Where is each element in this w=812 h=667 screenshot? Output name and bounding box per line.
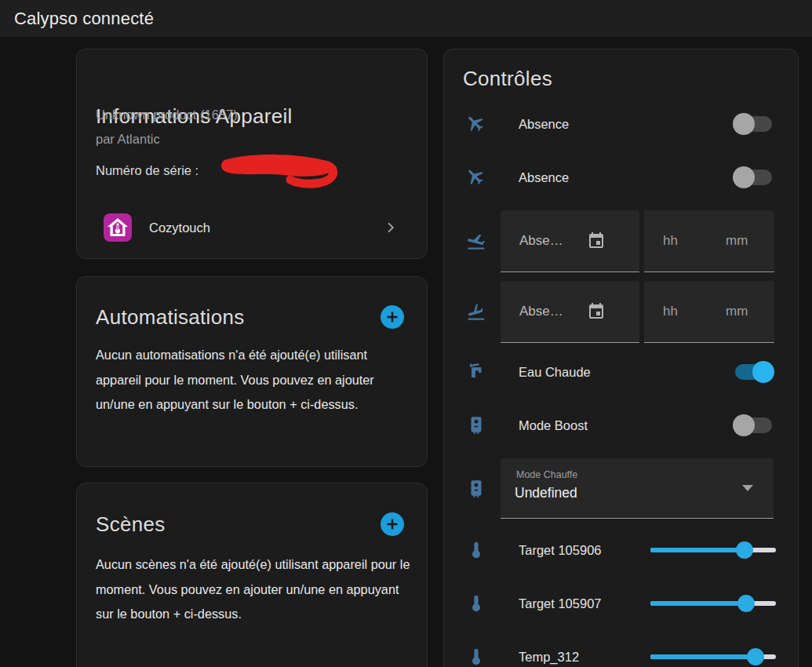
app-header: Calypso connecté <box>0 0 812 37</box>
thermometer-icon <box>466 647 486 667</box>
mode-chauffe-select[interactable]: Mode Chauffe Undefined <box>501 458 774 519</box>
slider-thumb[interactable] <box>736 541 753 559</box>
device-serial-label: Numéro de série : <box>96 163 198 178</box>
water-boiler-icon <box>466 479 486 499</box>
minute-placeholder[interactable]: mm <box>726 233 748 249</box>
calendar-icon <box>587 231 606 250</box>
slider-fill <box>650 548 745 552</box>
device-info-card: Informations Appareil Unknown product (1… <box>76 49 428 259</box>
eau-chaude-toggle[interactable] <box>735 364 772 380</box>
device-serial-tail: 2 <box>330 163 337 178</box>
slider-thumb[interactable] <box>737 595 755 612</box>
control-row-temp-312: Temp_312 <box>444 646 799 667</box>
plus-icon <box>386 518 399 530</box>
target-105907-slider[interactable] <box>650 595 776 612</box>
toggle-knob <box>733 414 755 436</box>
mode-boost-toggle[interactable] <box>735 417 772 433</box>
control-label: Target 105906 <box>519 543 602 558</box>
select-label: Mode Chauffe <box>516 469 577 480</box>
hour-placeholder[interactable]: hh <box>663 233 678 249</box>
plus-icon <box>386 311 399 323</box>
control-row-absence-1: Absence <box>444 113 799 135</box>
device-manufacturer: par Atlantic <box>96 132 160 147</box>
control-row-mode-boost: Mode Boost <box>444 414 799 436</box>
water-boiler-icon <box>466 415 486 436</box>
scenes-title: Scènes <box>96 512 166 537</box>
thermometer-icon <box>466 593 486 614</box>
airplane-icon <box>466 167 486 188</box>
toggle-knob <box>733 166 755 188</box>
thermometer-icon <box>466 540 486 560</box>
integration-row-cozytouch[interactable]: Cozytouch <box>96 209 410 246</box>
add-automation-button[interactable] <box>381 305 404 329</box>
airplane-icon <box>466 114 486 134</box>
add-scene-button[interactable] <box>381 512 404 536</box>
airplane-takeoff-icon <box>466 231 486 252</box>
control-label: Absence <box>519 117 569 132</box>
control-label: Temp_312 <box>519 650 579 665</box>
control-row-absence-end: Abse… hh mm <box>444 281 799 343</box>
control-row-absence-2: Absence <box>444 166 799 188</box>
faucet-icon <box>466 362 486 382</box>
page-title: Calypso connecté <box>0 9 154 29</box>
absence-end-time-input[interactable]: hh mm <box>644 281 774 343</box>
minute-placeholder[interactable]: mm <box>726 304 748 319</box>
integration-name: Cozytouch <box>149 221 383 235</box>
control-row-mode-chauffe: Mode Chauffe Undefined <box>444 458 799 519</box>
control-label: Absence <box>519 170 569 185</box>
toggle-knob <box>752 361 774 383</box>
device-product: Unknown product (1657) <box>96 108 238 122</box>
toggle-knob <box>733 113 755 135</box>
absence-start-time-input[interactable]: hh mm <box>644 210 774 272</box>
absence-toggle-2[interactable] <box>735 169 772 185</box>
cozytouch-logo-icon <box>104 213 132 242</box>
scenes-empty-text: Aucun scènes n'a été ajouté(e) utilisant… <box>96 552 414 627</box>
target-105906-slider[interactable] <box>650 541 776 559</box>
control-label: Mode Boost <box>519 418 588 433</box>
control-row-target-105907: Target 105907 <box>444 592 799 614</box>
slider-fill <box>650 601 746 606</box>
chevron-right-icon <box>383 220 399 235</box>
airplane-landing-icon <box>466 302 486 323</box>
slider-fill <box>650 654 756 659</box>
automations-card: Automatisations Aucun automatisations n'… <box>76 276 428 467</box>
controls-card: Contrôles Absence Absence Abse… <box>443 49 799 667</box>
absence-end-date-input[interactable]: Abse… <box>501 281 639 343</box>
date-placeholder: Abse… <box>519 304 563 319</box>
scenes-card: Scènes Aucun scènes n'a été ajouté(e) ut… <box>76 483 428 667</box>
select-value: Undefined <box>515 485 577 501</box>
control-label: Target 105907 <box>519 596 602 611</box>
serial-redaction-scribble-icon <box>215 147 342 191</box>
control-label: Eau Chaude <box>519 365 591 380</box>
absence-start-date-input[interactable]: Abse… <box>501 210 639 272</box>
slider-thumb[interactable] <box>747 648 764 665</box>
calendar-icon <box>587 302 606 321</box>
automations-title: Automatisations <box>96 305 244 330</box>
dropdown-arrow-icon <box>742 485 753 491</box>
device-page: Calypso connecté Informations Appareil U… <box>0 0 812 667</box>
controls-title: Contrôles <box>463 67 552 91</box>
hour-placeholder[interactable]: hh <box>663 304 678 319</box>
date-placeholder: Abse… <box>519 233 563 249</box>
control-row-target-105906: Target 105906 <box>444 539 799 561</box>
control-row-absence-start: Abse… hh mm <box>444 210 799 272</box>
absence-toggle-1[interactable] <box>735 116 772 132</box>
temp-312-slider[interactable] <box>650 648 776 665</box>
control-row-eau-chaude: Eau Chaude <box>444 361 799 383</box>
automations-empty-text: Aucun automatisations n'a été ajouté(e) … <box>96 343 414 417</box>
